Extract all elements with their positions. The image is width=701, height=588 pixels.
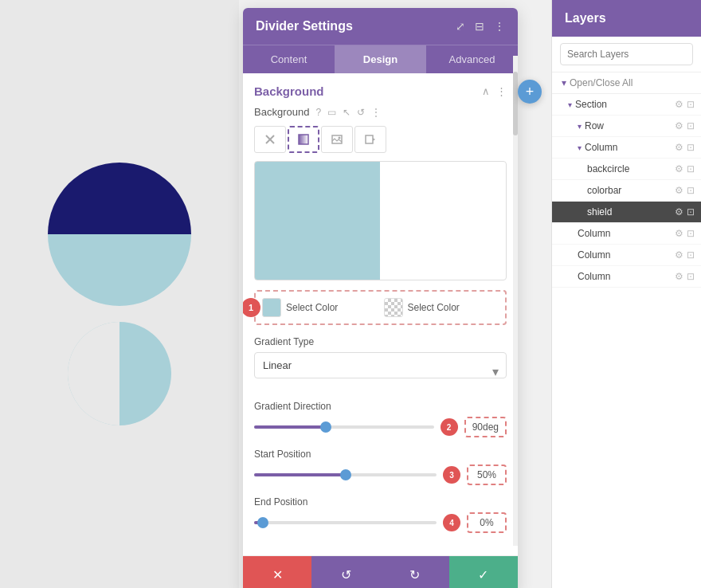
col4-label: Column (578, 271, 672, 282)
section-more-icon[interactable]: ⋮ (496, 85, 507, 97)
color-swatch-1 (262, 298, 281, 317)
colorbar-icons: ⚙ ⊡ (675, 185, 695, 196)
gradient-direction-label: Gradient Direction (254, 401, 507, 412)
gradient-type-select[interactable]: Linear Radial (254, 352, 507, 378)
scrollbar-track (513, 56, 518, 546)
color-selector-2[interactable]: Select Color (384, 298, 499, 317)
reset-button[interactable]: ↺ (311, 556, 380, 588)
panel-tabs: Content Design Advanced (243, 45, 518, 73)
layer-item-column3[interactable]: Column ⚙ ⊡ (552, 245, 701, 266)
bg-type-image[interactable] (321, 126, 353, 153)
expand-icon[interactable]: ⤢ (456, 20, 465, 33)
tab-design[interactable]: Design (335, 45, 426, 73)
gradient-direction-track[interactable] (254, 425, 434, 429)
mobile-icon[interactable]: ▭ (327, 107, 336, 118)
layer-item-column4[interactable]: Column ⚙ ⊡ (552, 266, 701, 288)
open-close-all[interactable]: ▾ Open/Close All (552, 73, 701, 94)
col3-copy-icon[interactable]: ⊡ (687, 249, 695, 261)
svg-marker-6 (373, 138, 375, 141)
svg-rect-5 (366, 135, 373, 143)
layer-item-row[interactable]: ▾ Row ⚙ ⊡ (552, 116, 701, 137)
section-chevron: ▾ (568, 100, 572, 109)
gradient-direction-thumb[interactable] (320, 421, 331, 433)
layer-item-section[interactable]: ▾ Section ⚙ ⊡ (552, 94, 701, 116)
gradient-direction-value[interactable]: 90deg (464, 417, 507, 437)
row-gear-icon[interactable]: ⚙ (675, 120, 683, 131)
bg-type-video[interactable] (354, 126, 386, 153)
col3-gear-icon[interactable]: ⚙ (675, 249, 683, 261)
shield-copy-icon[interactable]: ⊡ (687, 206, 695, 218)
dots-icon[interactable]: ⋮ (371, 107, 381, 118)
col1-icons: ⚙ ⊡ (675, 142, 695, 153)
row-label: Row (585, 120, 672, 131)
open-close-label: Open/Close All (570, 77, 632, 88)
help-icon[interactable]: ? (315, 107, 321, 118)
row-chevron: ▾ (578, 122, 582, 131)
redo-button[interactable]: ↻ (381, 556, 449, 588)
collapse-icon[interactable]: ∧ (482, 85, 490, 97)
layer-item-column1[interactable]: ▾ Column ⚙ ⊡ (552, 137, 701, 159)
end-position-thumb[interactable] (257, 517, 268, 528)
gradient-type-label: Gradient Type (254, 336, 507, 347)
backcircle-label: backcircle (587, 163, 672, 174)
layer-item-backcircle[interactable]: backcircle ⚙ ⊡ (552, 159, 701, 180)
cancel-button[interactable]: ✕ (243, 556, 311, 588)
layers-header: Layers (552, 0, 701, 37)
color-selector-1[interactable]: Select Color (262, 298, 378, 317)
layer-item-shield[interactable]: shield ⚙ ⊡ (552, 202, 701, 223)
tab-advanced[interactable]: Advanced (426, 45, 518, 73)
confirm-button[interactable]: ✓ (449, 556, 518, 588)
col3-label: Column (578, 249, 672, 261)
columns-icon[interactable]: ⊟ (475, 20, 484, 33)
end-position-track[interactable] (254, 521, 437, 524)
scrollbar-thumb[interactable] (513, 72, 518, 135)
shield-label: shield (587, 206, 672, 218)
end-position-value[interactable]: 0% (467, 512, 507, 533)
colorbar-gear-icon[interactable]: ⚙ (675, 185, 683, 196)
start-position-track[interactable] (254, 473, 437, 476)
backcircle-gear-icon[interactable]: ⚙ (675, 163, 683, 174)
circle-top-navy (48, 163, 191, 234)
shield-gear-icon[interactable]: ⚙ (675, 206, 683, 218)
section-copy-icon[interactable]: ⊡ (687, 99, 695, 110)
open-close-chevron: ▾ (562, 77, 566, 88)
start-position-value[interactable]: 50% (467, 465, 507, 485)
layer-item-column2[interactable]: Column ⚙ ⊡ (552, 223, 701, 245)
badge-1: 1 (243, 298, 260, 317)
panel-footer: ✕ ↺ ↻ ✓ (243, 555, 518, 588)
tab-content[interactable]: Content (243, 45, 335, 73)
layers-panel: Layers ▾ Open/Close All ▾ Section ⚙ ⊡ ▾ … (551, 0, 701, 588)
layers-search (552, 37, 701, 73)
cursor-icon[interactable]: ↖ (343, 107, 350, 118)
svg-point-4 (339, 137, 341, 139)
colorbar-copy-icon[interactable]: ⊡ (687, 185, 695, 196)
gradient-direction-section: Gradient Direction 2 90deg (254, 401, 507, 437)
add-button[interactable]: + (518, 80, 542, 104)
row-icons: ⚙ ⊡ (675, 120, 695, 131)
gradient-type-select-wrapper: Linear Radial (254, 352, 507, 390)
bg-type-gradient[interactable] (288, 126, 319, 153)
col1-gear-icon[interactable]: ⚙ (675, 142, 683, 153)
search-input[interactable] (560, 43, 693, 65)
backcircle-copy-icon[interactable]: ⊡ (687, 163, 695, 174)
row-copy-icon[interactable]: ⊡ (687, 120, 695, 131)
circle-bottom (68, 322, 171, 425)
panel-body: Background ∧ ⋮ Background ? ▭ ↖ ↺ ⋮ (243, 73, 518, 555)
more-icon[interactable]: ⋮ (494, 20, 505, 33)
bg-type-none[interactable] (254, 126, 286, 153)
colorbar-label: colorbar (587, 185, 672, 196)
col4-gear-icon[interactable]: ⚙ (675, 271, 683, 282)
section-gear-icon[interactable]: ⚙ (675, 99, 683, 110)
col2-gear-icon[interactable]: ⚙ (675, 228, 683, 239)
layers-title: Layers (565, 11, 606, 25)
col2-copy-icon[interactable]: ⊡ (687, 228, 695, 239)
bg-type-icons (254, 126, 507, 153)
start-position-thumb[interactable] (340, 469, 351, 480)
panel-header-icons: ⤢ ⊟ ⋮ (456, 20, 505, 33)
col4-copy-icon[interactable]: ⊡ (687, 271, 695, 282)
col1-copy-icon[interactable]: ⊡ (687, 142, 695, 153)
layers-tree: ▾ Section ⚙ ⊡ ▾ Row ⚙ ⊡ ▾ Column ⚙ ⊡ bac… (552, 94, 701, 588)
end-position-badge: 4 (443, 514, 460, 531)
undo-icon[interactable]: ↺ (357, 107, 365, 118)
layer-item-colorbar[interactable]: colorbar ⚙ ⊡ (552, 180, 701, 202)
